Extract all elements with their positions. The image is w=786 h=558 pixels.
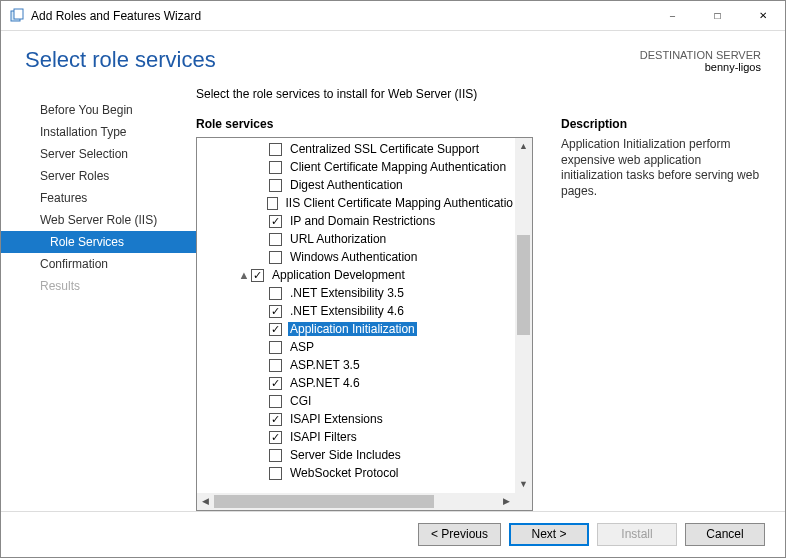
tree-item-label: CGI: [288, 394, 313, 408]
tree-item-label: .NET Extensibility 3.5: [288, 286, 406, 300]
checkbox[interactable]: [267, 197, 278, 210]
wizard-steps-sidebar: Before You BeginInstallation TypeServer …: [1, 81, 196, 511]
destination-block: DESTINATION SERVER benny-ligos: [640, 47, 761, 73]
tree-item[interactable]: ▲Application Development: [197, 266, 515, 284]
vertical-scrollbar[interactable]: ▲ ▼: [515, 138, 532, 493]
vscroll-track[interactable]: [515, 155, 532, 476]
main-panel: Select the role services to install for …: [196, 81, 761, 511]
checkbox[interactable]: [269, 287, 282, 300]
destination-server-name: benny-ligos: [640, 61, 761, 73]
tree-item[interactable]: WebSocket Protocol: [197, 464, 515, 482]
tree-item-label: Application Initialization: [288, 322, 417, 336]
checkbox[interactable]: [269, 305, 282, 318]
hscroll-thumb[interactable]: [214, 495, 434, 508]
checkbox[interactable]: [269, 215, 282, 228]
checkbox[interactable]: [269, 323, 282, 336]
tree-item-label: .NET Extensibility 4.6: [288, 304, 406, 318]
role-services-tree[interactable]: Centralized SSL Certificate SupportClien…: [196, 137, 533, 511]
sidebar-item-server-selection[interactable]: Server Selection: [1, 143, 196, 165]
role-services-column: Role services Centralized SSL Certificat…: [196, 117, 533, 511]
tree-item-label: WebSocket Protocol: [288, 466, 401, 480]
sidebar-item-results: Results: [1, 275, 196, 297]
instruction-text: Select the role services to install for …: [196, 87, 761, 101]
svg-rect-1: [14, 9, 23, 19]
checkbox[interactable]: [269, 395, 282, 408]
tree-item-label: Application Development: [270, 268, 407, 282]
tree-item[interactable]: CGI: [197, 392, 515, 410]
checkbox[interactable]: [251, 269, 264, 282]
description-column: Description Application Initialization p…: [561, 117, 761, 511]
tree-item[interactable]: Digest Authentication: [197, 176, 515, 194]
tree-item-label: Centralized SSL Certificate Support: [288, 142, 481, 156]
sidebar-item-installation-type[interactable]: Installation Type: [1, 121, 196, 143]
maximize-button[interactable]: □: [695, 1, 740, 30]
checkbox[interactable]: [269, 251, 282, 264]
window-title: Add Roles and Features Wizard: [31, 9, 201, 23]
checkbox[interactable]: [269, 467, 282, 480]
tree-item[interactable]: Server Side Includes: [197, 446, 515, 464]
checkbox[interactable]: [269, 449, 282, 462]
scroll-right-arrow-icon[interactable]: ▶: [498, 493, 515, 510]
sidebar-item-web-server-role-iis-[interactable]: Web Server Role (IIS): [1, 209, 196, 231]
titlebar: Add Roles and Features Wizard – □ ✕: [1, 1, 785, 31]
tree-item[interactable]: Centralized SSL Certificate Support: [197, 140, 515, 158]
page-title: Select role services: [25, 47, 640, 73]
tree-item-label: ISAPI Filters: [288, 430, 359, 444]
checkbox[interactable]: [269, 233, 282, 246]
scroll-left-arrow-icon[interactable]: ◀: [197, 493, 214, 510]
tree-item-label: Client Certificate Mapping Authenticatio…: [288, 160, 508, 174]
checkbox[interactable]: [269, 179, 282, 192]
tree-item[interactable]: Windows Authentication: [197, 248, 515, 266]
sidebar-item-label: Server Roles: [40, 169, 109, 183]
checkbox[interactable]: [269, 377, 282, 390]
sidebar-item-confirmation[interactable]: Confirmation: [1, 253, 196, 275]
checkbox[interactable]: [269, 143, 282, 156]
sidebar-item-label: Results: [40, 279, 80, 293]
tree-item[interactable]: ISAPI Filters: [197, 428, 515, 446]
tree-item-label: ASP.NET 4.6: [288, 376, 362, 390]
tree-item-label: IIS Client Certificate Mapping Authentic…: [284, 196, 515, 210]
checkbox[interactable]: [269, 161, 282, 174]
description-label: Description: [561, 117, 761, 131]
next-button[interactable]: Next >: [509, 523, 589, 546]
tree-item[interactable]: ASP.NET 4.6: [197, 374, 515, 392]
sidebar-item-label: Confirmation: [40, 257, 108, 271]
tree-item[interactable]: URL Authorization: [197, 230, 515, 248]
tree-item[interactable]: .NET Extensibility 4.6: [197, 302, 515, 320]
close-button[interactable]: ✕: [740, 1, 785, 30]
sidebar-item-label: Server Selection: [40, 147, 128, 161]
checkbox[interactable]: [269, 431, 282, 444]
header: Select role services DESTINATION SERVER …: [1, 31, 785, 81]
scroll-up-arrow-icon[interactable]: ▲: [515, 138, 532, 155]
tree-item[interactable]: ASP: [197, 338, 515, 356]
hscroll-track[interactable]: [214, 493, 498, 510]
tree-item[interactable]: IIS Client Certificate Mapping Authentic…: [197, 194, 515, 212]
sidebar-item-before-you-begin[interactable]: Before You Begin: [1, 99, 196, 121]
scroll-down-arrow-icon[interactable]: ▼: [515, 476, 532, 493]
cancel-button[interactable]: Cancel: [685, 523, 765, 546]
tree-item[interactable]: ASP.NET 3.5: [197, 356, 515, 374]
previous-button[interactable]: < Previous: [418, 523, 501, 546]
tree-item-label: Windows Authentication: [288, 250, 419, 264]
tree-item[interactable]: Application Initialization: [197, 320, 515, 338]
vscroll-thumb[interactable]: [517, 235, 530, 335]
checkbox[interactable]: [269, 413, 282, 426]
tree-item[interactable]: IP and Domain Restrictions: [197, 212, 515, 230]
tree-item-label: IP and Domain Restrictions: [288, 214, 437, 228]
sidebar-item-label: Features: [40, 191, 87, 205]
sidebar-item-server-roles[interactable]: Server Roles: [1, 165, 196, 187]
checkbox[interactable]: [269, 341, 282, 354]
tree-item[interactable]: .NET Extensibility 3.5: [197, 284, 515, 302]
sidebar-item-features[interactable]: Features: [1, 187, 196, 209]
checkbox[interactable]: [269, 359, 282, 372]
sidebar-item-role-services[interactable]: Role Services: [1, 231, 196, 253]
sidebar-item-label: Role Services: [50, 235, 124, 249]
minimize-button[interactable]: –: [650, 1, 695, 30]
tree-item-label: ASP: [288, 340, 316, 354]
tree-item-label: Digest Authentication: [288, 178, 405, 192]
tree-item[interactable]: Client Certificate Mapping Authenticatio…: [197, 158, 515, 176]
tree-item[interactable]: ISAPI Extensions: [197, 410, 515, 428]
collapse-icon[interactable]: ▲: [237, 269, 251, 281]
horizontal-scrollbar[interactable]: ◀ ▶: [197, 493, 515, 510]
role-services-label: Role services: [196, 117, 533, 131]
